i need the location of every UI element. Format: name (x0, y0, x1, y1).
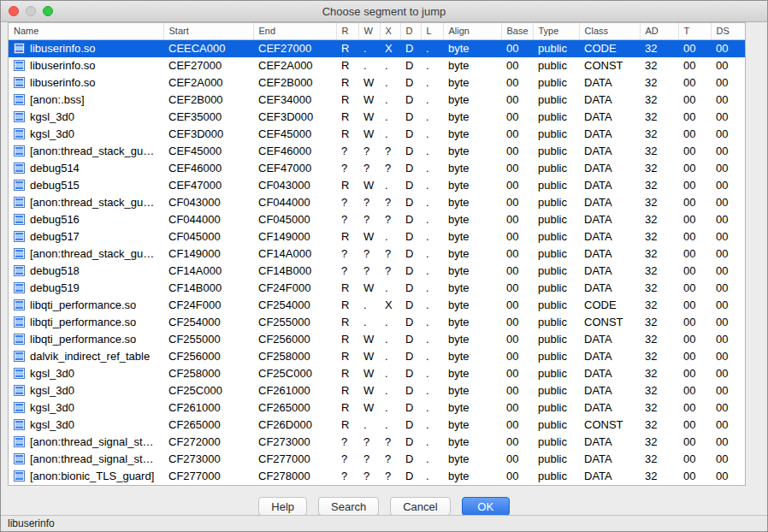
cell-r: R (336, 228, 358, 245)
zoom-button[interactable] (43, 6, 53, 16)
cell-x: . (380, 280, 400, 297)
cell-type: public (533, 92, 579, 109)
segment-name: kgsl_3d0 (30, 401, 74, 414)
table-row[interactable]: libqti_performance.soCF255000CF256000RW.… (9, 331, 745, 348)
cell-l: . (421, 331, 443, 348)
table-row[interactable]: kgsl_3d0CF265000CF26D000R..D.byte00publi… (9, 417, 745, 434)
column-header-start[interactable]: Start (163, 23, 253, 39)
column-header-align[interactable]: Align (443, 23, 501, 39)
cell-ds: 00 (711, 177, 745, 194)
help-button[interactable]: Help (258, 497, 307, 516)
cell-base: 00 (501, 468, 533, 485)
table-row[interactable]: libuserinfo.soCEF27000CEF2A000R..D.byte0… (9, 57, 745, 74)
cell-l: . (421, 39, 443, 57)
segment-icon (14, 402, 25, 413)
ok-button[interactable]: OK (462, 497, 510, 516)
table-row[interactable]: libqti_performance.soCF24F000CF254000R.X… (9, 297, 745, 314)
table-row[interactable]: libuserinfo.soCEECA000CEF27000R.XD.byte0… (9, 39, 745, 57)
column-header-w[interactable]: W (358, 23, 380, 39)
column-header-x[interactable]: X (380, 23, 400, 39)
table-row[interactable]: dalvik_indirect_ref_tableCF256000CF25800… (9, 348, 745, 365)
table-row[interactable]: [anon:thread_signal_sta…CF272000CF273000… (9, 434, 745, 451)
column-header-name[interactable]: Name (9, 23, 163, 39)
table-row[interactable]: [anon:bionic_TLS_guard]CF277000CF278000?… (9, 468, 745, 485)
cell-end: CEF46000 (253, 143, 336, 160)
segment-name-cell: [anon:thread_stack_gu… (9, 143, 163, 160)
cell-end: CF256000 (253, 331, 336, 348)
cell-end: CF254000 (253, 297, 336, 314)
cell-ad: 32 (640, 143, 678, 160)
cell-ds: 00 (711, 211, 745, 228)
cell-base: 00 (501, 331, 533, 348)
table-row[interactable]: debug519CF14B000CF24F000RW.D.byte00publi… (9, 280, 745, 297)
cell-w: W (358, 92, 380, 109)
cell-start: CF254000 (163, 314, 253, 331)
table-row[interactable]: [anon:thread_stack_gu…CF043000CF044000??… (9, 194, 745, 211)
table-row[interactable]: kgsl_3d0CEF3D000CEF45000RW.D.byte00publi… (9, 126, 745, 143)
table-row[interactable]: [anon:.bss]CEF2B000CEF34000RW.D.byte00pu… (9, 92, 745, 109)
cell-w: . (358, 314, 380, 331)
cell-class: DATA (579, 160, 640, 177)
cell-t: 00 (678, 57, 711, 74)
column-header-base[interactable]: Base (501, 23, 533, 39)
cell-end: CF258000 (253, 348, 336, 365)
column-header-l[interactable]: L (421, 23, 443, 39)
column-header-ds[interactable]: DS (711, 23, 745, 39)
table-row[interactable]: debug518CF14A000CF14B000???D.byte00publi… (9, 263, 745, 280)
segment-name: libuserinfo.so (30, 59, 96, 72)
choose-segment-dialog: Choose segment to jump NameStartEndRWXDL… (0, 0, 768, 532)
cell-l: . (421, 280, 443, 297)
table-row[interactable]: debug517CF045000CF149000RW.D.byte00publi… (9, 228, 745, 245)
segment-name-cell: [anon:.bss] (9, 92, 163, 109)
table-row[interactable]: kgsl_3d0CF258000CF25C000RW.D.byte00publi… (9, 365, 745, 382)
table-row[interactable]: debug515CEF47000CF043000RW.D.byte00publi… (9, 177, 745, 194)
column-header-end[interactable]: End (253, 23, 336, 39)
cell-x: . (380, 417, 400, 434)
table-row[interactable]: libqti_performance.soCF254000CF255000R..… (9, 314, 745, 331)
cell-base: 00 (501, 228, 533, 245)
table-row[interactable]: debug514CEF46000CEF47000???D.byte00publi… (9, 160, 745, 177)
segment-name-cell: [anon:bionic_TLS_guard] (9, 468, 163, 485)
cell-align: byte (443, 245, 501, 263)
close-button[interactable] (9, 6, 19, 16)
cancel-button[interactable]: Cancel (390, 497, 450, 516)
search-button[interactable]: Search (318, 497, 379, 516)
column-header-class[interactable]: Class (579, 23, 640, 39)
cell-r: R (336, 331, 358, 348)
cell-end: CF273000 (253, 434, 336, 451)
table-row[interactable]: kgsl_3d0CF261000CF265000RW.D.byte00publi… (9, 399, 745, 417)
cell-class: DATA (579, 143, 640, 160)
table-row[interactable]: kgsl_3d0CEF35000CEF3D000RW.D.byte00publi… (9, 109, 745, 126)
cell-end: CEF34000 (253, 92, 336, 109)
cell-start: CEF35000 (163, 109, 253, 126)
minimize-button[interactable] (26, 6, 36, 16)
cell-r: R (336, 382, 358, 399)
cell-start: CF277000 (163, 468, 253, 485)
cell-end: CF26D000 (253, 417, 336, 434)
cell-class: CODE (579, 297, 640, 314)
column-header-r[interactable]: R (336, 23, 358, 39)
cell-t: 00 (678, 468, 711, 485)
column-header-t[interactable]: T (678, 23, 711, 39)
cell-l: . (421, 365, 443, 382)
cell-w: ? (358, 245, 380, 263)
window-title: Choose segment to jump (322, 5, 446, 18)
table-row[interactable]: libuserinfo.soCEF2A000CEF2B000RW.D.byte0… (9, 74, 745, 92)
column-header-type[interactable]: Type (533, 23, 579, 39)
cell-class: DATA (579, 331, 640, 348)
table-row[interactable]: [anon:thread_signal_sta…CF273000CF277000… (9, 451, 745, 468)
column-header-ad[interactable]: AD (640, 23, 678, 39)
cell-class: DATA (579, 468, 640, 485)
segment-name-cell: debug515 (9, 177, 163, 194)
cell-r: ? (336, 468, 358, 485)
column-header-d[interactable]: D (400, 23, 421, 39)
table-row[interactable]: [anon:thread_stack_gu…CF149000CF14A000??… (9, 245, 745, 263)
cell-type: public (533, 263, 579, 280)
table-row[interactable]: [anon:thread_stack_gu…CEF45000CEF46000??… (9, 143, 745, 160)
segment-icon (14, 231, 25, 242)
segment-name: debug514 (30, 162, 80, 174)
table-row[interactable]: kgsl_3d0CF25C000CF261000RW.D.byte00publi… (9, 382, 745, 399)
cell-d: D (400, 280, 421, 297)
segment-name: libuserinfo.so (30, 42, 96, 55)
table-row[interactable]: debug516CF044000CF045000???D.byte00publi… (9, 211, 745, 228)
